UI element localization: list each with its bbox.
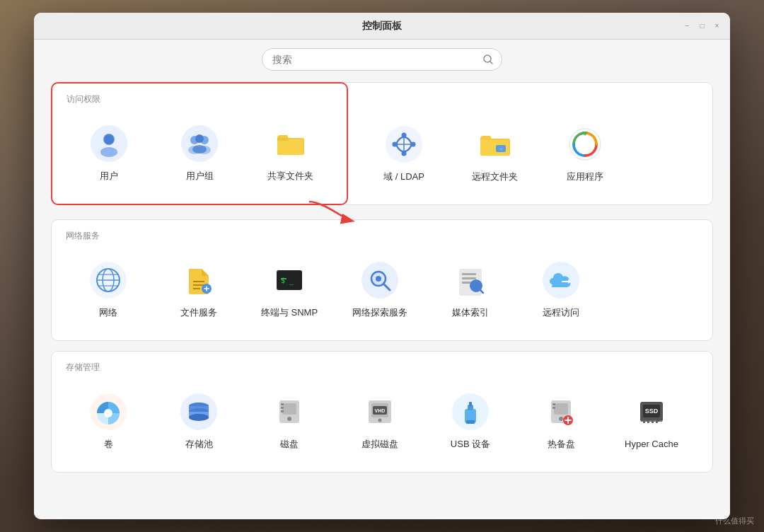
- svg-point-12: [192, 145, 207, 154]
- svg-point-89: [559, 417, 563, 421]
- terminal-icon-circle: $ _: [268, 259, 311, 301]
- media-index-label: 媒体索引: [452, 307, 489, 319]
- hot-spare-icon-circle: [540, 391, 582, 433]
- svg-text:SSD: SSD: [645, 407, 659, 415]
- disk-icon-circle: [268, 391, 311, 433]
- volume-icon-circle: [87, 391, 129, 433]
- svg-rect-72: [282, 403, 296, 415]
- sidebar-item-file-service[interactable]: 文件服务: [156, 252, 241, 326]
- vhd-label: 虚拟磁盘: [361, 439, 398, 451]
- svg-rect-52: [462, 273, 476, 275]
- user-group-label: 用户组: [186, 170, 214, 183]
- watermark: 什么值得买: [715, 516, 754, 526]
- sidebar-item-terminal[interactable]: $ _ 终端与 SNMP: [247, 252, 332, 326]
- usb-label: USB 设备: [451, 439, 490, 451]
- window-title: 控制面板: [362, 20, 402, 33]
- svg-point-79: [378, 418, 382, 422]
- user-group-icon-circle: [178, 122, 221, 165]
- user-icon-circle: [88, 122, 130, 165]
- remote-access-label: 远程访问: [543, 307, 579, 319]
- hyper-cache-label: Hyper Cache: [625, 439, 678, 451]
- sidebar-item-hyper-cache[interactable]: SSD Hyper Cache: [609, 383, 694, 458]
- minimize-button[interactable]: −: [683, 21, 692, 30]
- sidebar-item-user[interactable]: 用户: [66, 115, 151, 190]
- terminal-label: 终端与 SNMP: [261, 307, 318, 319]
- sidebar-item-network[interactable]: 网络: [66, 252, 151, 326]
- svg-text:VHD: VHD: [375, 408, 386, 413]
- sidebar-item-remote-access[interactable]: 远程访问: [519, 252, 603, 326]
- search-bar: [51, 48, 713, 71]
- access-icon-grid: 用户: [66, 115, 332, 190]
- network-icon-circle: [87, 259, 129, 301]
- sidebar-item-media-index[interactable]: 媒体索引: [428, 252, 513, 326]
- network-section: 网络服务 网络: [51, 219, 713, 341]
- main-content: 访问权限 用户: [34, 40, 730, 519]
- network-discovery-icon-circle: [359, 259, 401, 301]
- storage-pool-icon-circle: [178, 391, 220, 433]
- vhd-icon-circle: VHD: [359, 391, 401, 433]
- svg-rect-86: [466, 420, 475, 424]
- disk-label: 磁盘: [280, 439, 299, 451]
- search-input[interactable]: [262, 48, 502, 71]
- window-controls: − □ ×: [683, 21, 722, 30]
- svg-rect-91: [552, 407, 555, 409]
- sidebar-item-usb[interactable]: USB 设备: [428, 383, 513, 458]
- sidebar-item-remote-folder[interactable]: → 远程文件夹: [452, 116, 537, 190]
- sidebar-item-hot-spare[interactable]: 热备盘: [519, 383, 603, 458]
- storage-icon-grid: 卷 存储池: [66, 383, 698, 458]
- app-label: 应用程序: [567, 171, 603, 183]
- remote-access-icon-circle: [540, 259, 582, 301]
- svg-rect-90: [552, 403, 555, 405]
- svg-point-64: [104, 409, 112, 417]
- svg-rect-103: [647, 420, 649, 423]
- title-bar: 控制面板 − □ ×: [34, 13, 730, 40]
- sidebar-item-user-group[interactable]: 用户组: [157, 115, 242, 190]
- svg-rect-85: [469, 402, 472, 406]
- maximize-button[interactable]: □: [698, 21, 707, 30]
- remote-folder-icon-circle: →: [473, 123, 516, 166]
- svg-line-1: [490, 62, 492, 64]
- volume-label: 卷: [104, 439, 113, 451]
- network-section-label: 网络服务: [66, 230, 698, 242]
- svg-text:$ _: $ _: [281, 277, 294, 285]
- sidebar-item-disk[interactable]: 磁盘: [247, 383, 332, 458]
- hyper-cache-icon-circle: SSD: [630, 391, 673, 433]
- shared-folder-label: 共享文件夹: [267, 170, 313, 183]
- user-label: 用户: [100, 170, 118, 183]
- svg-rect-74: [281, 403, 284, 405]
- svg-rect-75: [281, 407, 284, 409]
- domain-label: 域 / LDAP: [383, 171, 424, 183]
- storage-pool-label: 存储池: [185, 439, 213, 451]
- search-icon: [482, 54, 494, 65]
- svg-point-73: [287, 417, 291, 421]
- network-icon-grid: 网络: [66, 252, 698, 326]
- domain-icon-circle: [383, 123, 425, 166]
- sidebar-item-storage-pool[interactable]: 存储池: [156, 383, 241, 458]
- control-panel-window: 控制面板 − □ × 访问权限: [34, 13, 730, 519]
- media-index-icon-circle: [449, 259, 492, 301]
- sidebar-item-shared-folder[interactable]: 共享文件夹: [248, 115, 332, 190]
- network-label: 网络: [99, 307, 117, 319]
- svg-rect-88: [554, 403, 568, 415]
- usb-icon-circle: [449, 391, 492, 433]
- svg-rect-102: [643, 420, 645, 423]
- sidebar-item-volume[interactable]: 卷: [66, 383, 151, 458]
- svg-point-50: [376, 276, 381, 282]
- highlighted-access: 访问权限 用户: [51, 82, 348, 205]
- sidebar-item-domain[interactable]: 域 / LDAP: [361, 116, 446, 190]
- shared-folder-icon-circle: [269, 122, 311, 165]
- svg-point-70: [189, 414, 209, 421]
- access-section-label: 访问权限: [66, 93, 332, 105]
- close-button[interactable]: ×: [712, 21, 722, 30]
- access-row: 访问权限 用户: [51, 82, 713, 205]
- svg-point-9: [195, 134, 204, 143]
- sidebar-item-vhd[interactable]: VHD 虚拟磁盘: [337, 383, 422, 458]
- hot-spare-label: 热备盘: [548, 439, 575, 451]
- access-section-container: 访问权限 用户: [51, 82, 713, 205]
- svg-point-5: [104, 134, 114, 144]
- sidebar-item-application[interactable]: 应用程序: [543, 116, 627, 190]
- svg-rect-101: [659, 420, 661, 422]
- network-discovery-label: 网络探索服务: [352, 307, 407, 319]
- sidebar-item-network-discovery[interactable]: 网络探索服务: [337, 252, 422, 326]
- svg-point-6: [181, 125, 218, 162]
